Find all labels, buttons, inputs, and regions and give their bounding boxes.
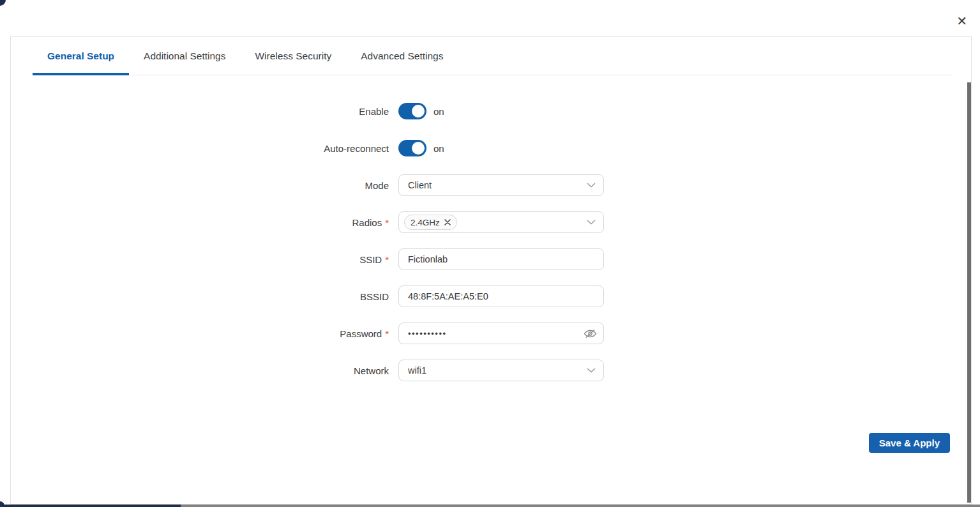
- field-row-bssid: BSSID: [11, 285, 971, 307]
- background-sidebar-bottom-edge: [0, 505, 181, 507]
- tab-wireless-security[interactable]: Wireless Security: [240, 37, 346, 75]
- field-row-ssid: SSID*: [11, 248, 971, 270]
- enable-state-text: on: [433, 106, 444, 117]
- background-page-corner-bottom: [0, 501, 4, 507]
- required-mark: *: [385, 217, 389, 228]
- modal-actions: Save & Apply: [11, 433, 971, 453]
- tab-general-setup[interactable]: General Setup: [33, 37, 129, 75]
- mode-select[interactable]: Client: [398, 174, 604, 196]
- enable-toggle-knob: [412, 105, 425, 118]
- tab-bar: General Setup Additional Settings Wirele…: [33, 37, 951, 75]
- field-row-radios: Radios* 2.4GHz: [11, 211, 971, 233]
- tag-remove-icon[interactable]: [444, 219, 451, 225]
- chevron-down-icon: [587, 220, 596, 225]
- tab-advanced-settings[interactable]: Advanced Settings: [346, 37, 458, 75]
- radios-label: Radios*: [11, 217, 389, 228]
- auto-reconnect-toggle-knob: [412, 142, 425, 155]
- password-input[interactable]: [399, 323, 584, 344]
- background-page-corner: [0, 0, 6, 6]
- field-row-auto-reconnect: Auto-reconnect on: [11, 137, 971, 159]
- bssid-label: BSSID: [11, 291, 389, 302]
- mode-label: Mode: [11, 180, 389, 191]
- field-row-network: Network wifi1: [11, 360, 971, 381]
- auto-reconnect-state-text: on: [433, 143, 444, 154]
- field-row-mode: Mode Client: [11, 174, 971, 196]
- password-field: [398, 323, 604, 344]
- save-apply-button[interactable]: Save & Apply: [869, 433, 950, 453]
- network-select[interactable]: wifi1: [398, 360, 604, 381]
- radio-tag: 2.4GHz: [404, 215, 457, 230]
- enable-label: Enable: [11, 106, 389, 117]
- general-setup-form: Enable on Auto-reconnect on Mode Clien: [11, 75, 971, 453]
- password-label: Password*: [11, 328, 389, 339]
- close-icon[interactable]: ✕: [956, 15, 967, 27]
- radios-multiselect[interactable]: 2.4GHz: [398, 211, 604, 233]
- ssid-label: SSID*: [11, 254, 389, 265]
- required-mark: *: [385, 328, 389, 339]
- ssid-input[interactable]: [398, 248, 604, 270]
- enable-toggle[interactable]: [398, 103, 426, 119]
- auto-reconnect-label: Auto-reconnect: [11, 143, 389, 154]
- network-select-value: wifi1: [408, 365, 587, 376]
- vertical-scrollbar[interactable]: [967, 82, 971, 503]
- network-label: Network: [11, 365, 389, 376]
- bssid-input[interactable]: [398, 285, 604, 307]
- chevron-down-icon: [587, 183, 596, 188]
- field-row-password: Password*: [11, 323, 971, 344]
- tab-additional-settings[interactable]: Additional Settings: [129, 37, 240, 75]
- eye-off-icon[interactable]: [584, 328, 597, 339]
- chevron-down-icon: [587, 368, 596, 373]
- field-row-enable: Enable on: [11, 100, 971, 122]
- mode-select-value: Client: [408, 180, 587, 190]
- required-mark: *: [385, 254, 389, 265]
- wireless-settings-modal: General Setup Additional Settings Wirele…: [10, 36, 972, 505]
- radio-tag-label: 2.4GHz: [411, 218, 440, 227]
- auto-reconnect-toggle[interactable]: [398, 140, 426, 156]
